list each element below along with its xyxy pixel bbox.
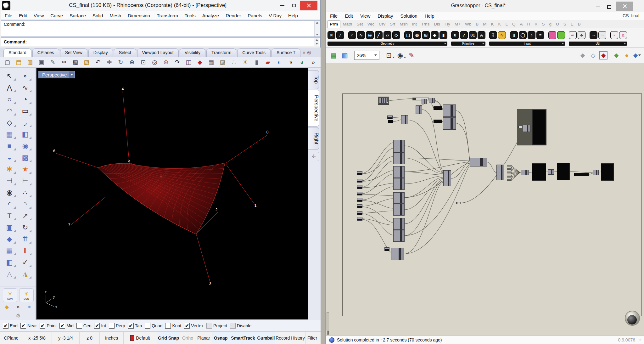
gh-node-tile-42[interactable] [507,173,512,174]
tab-target-icon[interactable]: ◎ [307,50,311,55]
burst-tool[interactable]: ★ [18,164,32,174]
osnap-checkbox-project[interactable] [206,323,212,329]
gh-node-panel-50[interactable] [557,163,570,180]
text-tool[interactable]: T [2,211,17,221]
relay-light-icon[interactable]: → [598,31,606,39]
render-sphere-icon[interactable]: ◕ [297,58,306,66]
number-slider-icon[interactable]: ↧ [489,31,497,39]
gh-node-tile-45[interactable] [507,178,512,179]
polyline-tool[interactable]: ⋀ [2,82,17,93]
gh-node-tile-41[interactable] [507,172,512,173]
copy-icon[interactable]: ▩ [71,58,80,66]
point-cloud-icon[interactable]: ∴ [229,58,238,66]
sphere-tool[interactable]: ◉ [18,141,32,151]
toolbar-tab-set-view[interactable]: Set View [60,48,87,57]
toolbar-tab-transform[interactable]: Transform [206,48,236,57]
trim-tool[interactable]: ⊣ [2,176,17,186]
gh-menu-edit[interactable]: Edit [345,13,353,19]
gh-node-tile-37[interactable] [507,165,512,166]
gh-node-slider-32[interactable] [384,247,389,251]
integer-param-icon[interactable]: 0 [451,31,459,39]
edit-file-icon[interactable]: ✎ [48,58,57,66]
toolbar-tab-select[interactable]: Select [114,48,136,57]
osnap-checkbox-quad[interactable] [145,323,150,329]
gh-node-slider-16[interactable] [357,179,362,183]
command-spinner[interactable] [314,38,319,46]
viewport-tab-right[interactable]: Right [308,127,319,149]
perspective-viewport[interactable]: Perspective 01234567zxy [36,68,308,320]
gh-node-comp-14[interactable] [401,115,408,124]
gh-node-comp-6[interactable] [429,98,435,103]
close-button[interactable] [300,1,317,10]
zoom-extents-icon[interactable]: ⊛ [161,58,171,66]
gh-tab-math-1[interactable]: Math [340,21,354,28]
gh-node-tile-40[interactable] [507,170,512,171]
maximize-button[interactable] [604,2,614,12]
gh-tab-k-15[interactable]: K [489,21,496,28]
rhino-menu-v-ray[interactable]: V-Ray [269,13,282,18]
preview-shaded-icon[interactable]: ◆ [599,51,608,59]
gh-tab-l-17[interactable]: L [503,21,510,28]
preview-wireframe-icon[interactable]: ◇ [589,51,597,59]
rotate-view-icon[interactable]: ↻ [116,58,125,66]
twist-param-icon[interactable]: ◆ [431,31,439,39]
array-tool[interactable]: ▦ [2,245,17,256]
canvas-scrollbar[interactable] [327,312,329,330]
split-tool[interactable]: ⊢ [18,176,32,186]
undo-icon[interactable]: ↶ [93,58,103,66]
gh-tab-k-16[interactable]: K [496,21,503,28]
gh-node-comp2-25[interactable] [393,166,405,178]
osnap-perp[interactable]: Perp [109,323,125,329]
polygon-tool[interactable]: ◇ [2,117,17,128]
adjust-blend-tool[interactable]: ◝ [18,199,32,209]
layer-book-icon[interactable]: ▰ [263,58,272,66]
spotlight-tool[interactable]: ◮ [18,269,32,279]
number-param-icon[interactable]: 7 [460,31,468,39]
osnap-near[interactable]: Near [20,323,37,329]
toolbar-tab-curve-tools[interactable]: Curve Tools [237,48,271,57]
preview-off-icon[interactable]: ◆ [579,51,587,59]
gh-node-slider-20[interactable] [357,204,362,208]
status-grid-snap[interactable]: Grid Snap [157,332,180,344]
toolbar-tab-surface-t[interactable]: Surface T [272,48,300,57]
gh-node-comp-47[interactable] [521,170,529,175]
gh-tab-msh-6[interactable]: Msh [397,21,410,28]
viewport-add-tab-button[interactable]: ✣ [308,152,319,161]
gh-node-comp-1[interactable] [379,98,383,104]
section-tool[interactable]: ‖ [18,245,32,256]
param-guid-icon[interactable]: ∕ [336,31,344,39]
open-document-icon[interactable]: ▤ [329,51,338,60]
box-param-icon[interactable]: ▢ [404,31,412,39]
gh-node-comp2-28[interactable] [393,204,405,216]
ellipse-tool[interactable]: ◔ [18,94,32,104]
status-record-history[interactable]: Record History [275,332,305,344]
cylinder-tool[interactable]: ◒ [2,152,17,163]
rhino-menu-panels[interactable]: Panels [248,13,262,18]
minimize-button[interactable] [592,2,603,12]
text-param-icon[interactable]: A [478,31,485,39]
fillet-edge-tool[interactable]: ◧ [2,257,17,268]
status-gumball[interactable]: Gumball [257,332,275,344]
toolbar-tab-visibility[interactable]: Visibility [180,48,205,57]
status-smarttrack[interactable]: SmartTrack [229,332,257,344]
command-history[interactable]: Command: [1,20,320,37]
ground-plane-icon[interactable]: ◆ [2,303,12,311]
gh-tab-srf-5[interactable]: Srf [388,21,397,28]
gh-node-comp2-10[interactable] [443,104,456,117]
box-tool[interactable]: ■ [2,141,17,151]
gh-tab-e-26[interactable]: E [568,21,576,28]
zoom-window-icon[interactable]: ⊡ [139,58,148,66]
gh-tab-prm-0[interactable]: Prm [327,20,340,28]
gh-tab-s-25[interactable]: S [561,21,568,28]
close-button[interactable] [616,2,633,11]
open-file-icon[interactable]: ▤ [14,58,23,66]
hatch-icon[interactable]: ▨ [218,58,227,66]
osnap-disable[interactable]: Disable [230,323,252,329]
gh-tab-u-24[interactable]: U [554,21,561,28]
gh-node-tile-44[interactable] [507,176,512,178]
gh-node-tile-46[interactable] [507,179,512,181]
rhino-menu-transform[interactable]: Transform [157,13,178,18]
gh-menu-file[interactable]: File [330,13,338,19]
preview-eye-icon[interactable]: ◉ [395,51,405,60]
plane-param-icon[interactable]: ▱ [384,31,391,39]
